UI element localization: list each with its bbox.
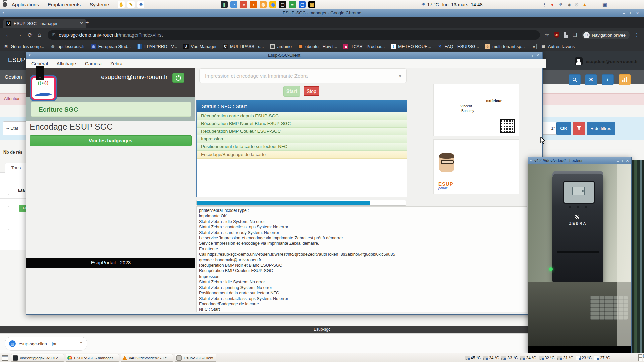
- header-checkbox[interactable]: [8, 190, 13, 195]
- chromium-launcher-icon[interactable]: ◔: [230, 1, 237, 8]
- info-button[interactable]: i: [602, 74, 614, 85]
- bookmark-star-icon[interactable]: ☆: [545, 32, 549, 38]
- client-menu-item[interactable]: Zebra: [110, 61, 123, 66]
- orange-app-launcher-icon[interactable]: ◍: [260, 1, 267, 8]
- bookmark-item[interactable]: ☺ multi-tenant sp...: [485, 44, 525, 49]
- url-bar[interactable]: ⚿ esup-sgc-demo.univ-rouen.fr /manager?i…: [48, 30, 540, 40]
- temperature-applet[interactable]: 27 °C: [594, 356, 610, 360]
- minimize-button[interactable]: –: [623, 11, 625, 16]
- edit-pencil-icon[interactable]: ✎: [127, 1, 135, 8]
- minimize-button[interactable]: –: [617, 159, 619, 163]
- microphone-indicator[interactable]: [557, 2, 564, 8]
- record-indicator[interactable]: [549, 2, 555, 8]
- screenshot-tool-icon[interactable]: [602, 1, 608, 7]
- tab-group-icon[interactable]: ❒: [573, 32, 577, 38]
- bookmark-item[interactable]: ✕ FAQ - ESUPSG...: [437, 44, 479, 49]
- bookmark-item[interactable]: ( METEO ROUE...: [391, 44, 431, 49]
- voir-badgeages-button[interactable]: Voir les badgeages: [30, 135, 192, 146]
- service-select[interactable]: Impression et encodage via Imprimante Ze…: [199, 68, 407, 83]
- close-button[interactable]: ✕: [626, 159, 629, 163]
- bookmark-item[interactable]: C MULTIPASS - c...: [223, 44, 264, 49]
- firefox-launcher-icon[interactable]: ◗: [250, 1, 257, 8]
- bookmark-item[interactable]: M Gérer les comp...: [3, 44, 44, 49]
- extensions-puzzle-icon[interactable]: ▙: [564, 32, 568, 38]
- page-size-input[interactable]: 1": [542, 122, 557, 135]
- close-button[interactable]: ✕: [636, 11, 639, 16]
- tv-blue-launcher-icon[interactable]: ▢: [299, 1, 306, 8]
- disconnect-indicator[interactable]: [574, 2, 580, 8]
- window-shade-icon[interactable]: ▾: [2, 10, 4, 15]
- tab-esup-sgc-manager[interactable]: U ESUP-SGC - manager ✕: [3, 19, 86, 28]
- zebra-hand-tool-icon[interactable]: ✋: [118, 1, 125, 8]
- taskbar-window-button[interactable]: v4l2:///dev/video2 - Le...: [121, 354, 173, 362]
- vlc-indicator[interactable]: [582, 2, 588, 8]
- tab-tous[interactable]: Tous: [5, 163, 28, 173]
- stop-button[interactable]: Stop: [304, 86, 319, 96]
- client-menu-item[interactable]: Affichage: [57, 61, 76, 66]
- chrome-menu-icon[interactable]: ⋮: [634, 32, 639, 38]
- terminal-launcher-icon[interactable]: ▮: [221, 1, 228, 8]
- workspace-switcher[interactable]: [638, 354, 644, 361]
- client-titlebar[interactable]: ▾ Esup-SGC-Client – + ✕: [26, 52, 542, 59]
- column-header-etat[interactable]: Eta: [18, 188, 25, 193]
- bookmark-item[interactable]: ◉ European Stud...: [91, 44, 131, 49]
- clock-applet[interactable]: ☂ 17 °C lun. 13 mars, 14:48: [421, 2, 483, 7]
- web-globe-icon[interactable]: ⊕: [137, 1, 144, 8]
- josm-launcher-icon[interactable]: ●: [240, 1, 247, 8]
- panel-menu-item[interactable]: Emplacements: [48, 2, 81, 7]
- lock-icon[interactable]: ⚿: [52, 33, 55, 37]
- minimize-button[interactable]: –: [527, 54, 529, 58]
- search-button[interactable]: [569, 74, 581, 85]
- bookmarks-overflow-icon[interactable]: »: [533, 44, 535, 49]
- filter-funnel-button[interactable]: [573, 122, 585, 135]
- temperature-applet[interactable]: 34 °C: [520, 356, 536, 360]
- bookmark-item[interactable]: U Vue Manager: [183, 44, 217, 49]
- other-bookmarks-folder[interactable]: ▤ Autres favoris: [541, 44, 575, 49]
- bookmark-item[interactable]: ▤ arduino: [270, 44, 292, 49]
- bookmark-item[interactable]: ▦ ubuntu - How t...: [298, 44, 337, 49]
- bookmark-item[interactable]: à TCAR - Prochai...: [343, 44, 385, 49]
- maximize-button[interactable]: +: [629, 11, 632, 16]
- more-filters-button[interactable]: + de filtres: [587, 122, 615, 135]
- volume-indicator[interactable]: [566, 2, 572, 8]
- taskbar-window-button[interactable]: vincent@dgs-13-5912...: [11, 354, 64, 362]
- ok-button[interactable]: OK: [556, 122, 571, 135]
- taskbar-window-button[interactable]: ESUP-SGC - manager...: [66, 354, 119, 362]
- temperature-applet[interactable]: 45 °C: [465, 356, 481, 360]
- gnome-foot-icon[interactable]: [3, 2, 7, 7]
- taskbar-window-button[interactable]: Esup-SGC-Client: [175, 354, 216, 362]
- settings-button[interactable]: ✱: [585, 74, 597, 85]
- close-button[interactable]: ✕: [536, 53, 539, 58]
- tab-close-icon[interactable]: ✕: [80, 21, 83, 26]
- temperature-applet[interactable]: 31 °C: [557, 356, 573, 360]
- download-item[interactable]: ▤ esup-sgc-clien....jar ⌃: [5, 337, 87, 351]
- client-log-output[interactable]: printerZebraEncoderType :imprimante OKSt…: [196, 206, 527, 312]
- bookmark-item[interactable]: ◍ api.lescrous.fr: [50, 44, 85, 49]
- window-shade-icon[interactable]: ▾: [530, 158, 532, 163]
- download-caret-icon[interactable]: ⌃: [79, 341, 83, 346]
- client-menu-item[interactable]: Caméra: [85, 61, 102, 66]
- temperature-applet[interactable]: 32 °C: [539, 356, 555, 360]
- back-icon[interactable]: ←: [5, 32, 11, 38]
- reload-icon[interactable]: ⟳: [28, 32, 32, 39]
- temperature-applet[interactable]: 33 °C: [501, 356, 518, 360]
- forward-icon[interactable]: →: [16, 32, 22, 38]
- temperature-applet[interactable]: 34 °C: [483, 356, 499, 360]
- camera-feed[interactable]: ZEBRA: [528, 164, 631, 346]
- window-shade-icon[interactable]: ▾: [29, 53, 31, 57]
- maximize-button[interactable]: +: [621, 159, 623, 163]
- user-person-icon[interactable]: [575, 57, 583, 65]
- panel-menu-item[interactable]: Applications: [12, 2, 39, 7]
- tv-black-launcher-icon[interactable]: ▢: [279, 1, 286, 8]
- home-icon[interactable]: ⌂: [38, 32, 41, 38]
- row-checkbox[interactable]: [8, 225, 13, 230]
- app-menu-dots[interactable]: [541, 2, 547, 8]
- bookmark-item[interactable]: ▋ LPAR2RRD - V...: [137, 44, 177, 49]
- chrome-launcher-icon[interactable]: ◉: [269, 1, 276, 8]
- temperature-applet[interactable]: 23 °C: [576, 356, 592, 360]
- video-titlebar[interactable]: ▾ v4l2:///dev/video2 - Lecteur – + ✕: [528, 157, 631, 165]
- tv-green-launcher-icon[interactable]: ≡: [289, 1, 296, 8]
- start-button[interactable]: Start: [283, 86, 300, 97]
- window-list-icon[interactable]: [2, 355, 8, 361]
- row-checkbox[interactable]: [8, 202, 13, 207]
